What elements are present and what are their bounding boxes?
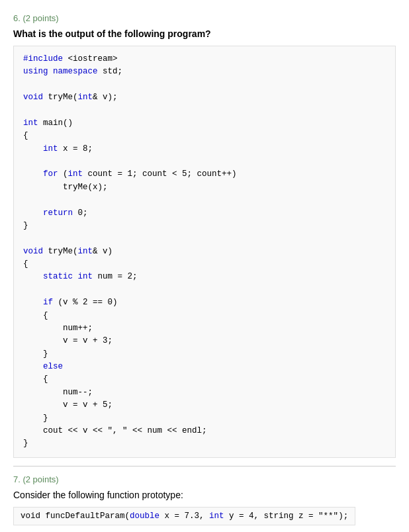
question-6-container: 6. (2 points) What is the output of the … [13, 13, 396, 458]
prototype-code: void funcDefaultParam(double x = 7.3, in… [13, 507, 355, 525]
question-6-header: 6. (2 points) [13, 13, 396, 23]
question-7-header: 7. (2 points) [13, 474, 396, 484]
question-7-prompt: Consider the following function prototyp… [13, 490, 396, 500]
question-6-prompt: What is the output of the following prog… [13, 28, 396, 39]
section-divider [13, 466, 396, 466]
question-6-code: #include <iostream> using namespace std;… [13, 46, 396, 458]
question-7-container: 7. (2 points) Consider the following fun… [13, 474, 396, 532]
